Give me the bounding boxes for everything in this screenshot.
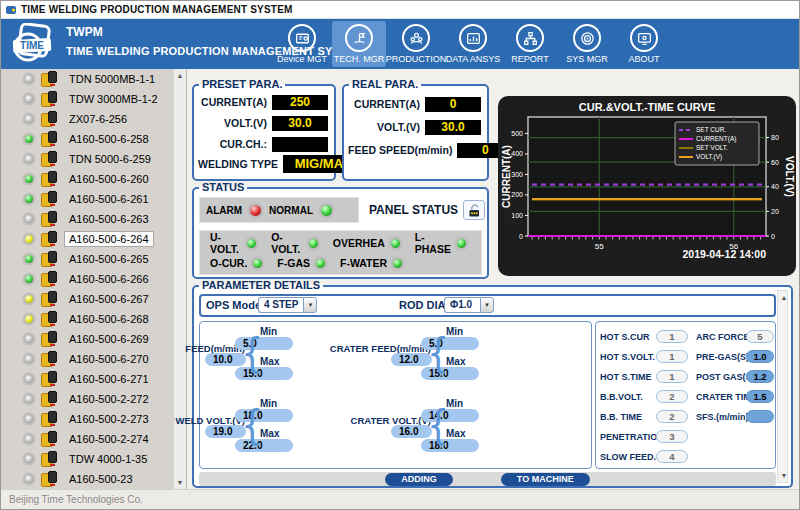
- welding-machine-icon: [39, 131, 59, 148]
- device-status-led: [23, 453, 35, 465]
- ops-row: OPS Mode 4 STEP ▼ ROD DIA. Φ1.0 ▼: [199, 294, 776, 317]
- list-item[interactable]: A160-500-6-271: [1, 369, 173, 389]
- list-item[interactable]: A160-500-6-268: [1, 309, 173, 329]
- device-label: A160-500-6-269: [65, 332, 153, 346]
- rod-dia-label: ROD DIA.: [399, 299, 449, 311]
- list-item[interactable]: TDW 3000MB-1-2: [1, 89, 173, 109]
- ops-mode-label: OPS Mode: [206, 299, 261, 311]
- svg-text:VOLT.(V): VOLT.(V): [784, 156, 795, 197]
- extra-param-value-field[interactable]: 1.5: [746, 390, 774, 403]
- svg-text:CUR.&VOLT.-TIME CURVE: CUR.&VOLT.-TIME CURVE: [579, 101, 716, 113]
- welding-machine-icon: [39, 251, 59, 268]
- list-item[interactable]: A160-500-6-267: [1, 289, 173, 309]
- ops-mode-value[interactable]: 4 STEP: [258, 297, 303, 313]
- chevron-down-icon[interactable]: ▼: [303, 297, 317, 313]
- extra-param-value-field[interactable]: 1.2: [746, 370, 774, 383]
- device-mgt-icon: [288, 24, 316, 52]
- svg-text:200: 200: [511, 191, 523, 198]
- extra-param-value-field[interactable]: 1.0: [746, 350, 774, 363]
- list-item[interactable]: A160-500-6-266: [1, 269, 173, 289]
- list-item[interactable]: TDW 4000-1-35: [1, 449, 173, 469]
- current-value-field[interactable]: 10.0: [205, 353, 246, 366]
- window-title: TIME WELDING PRODUCTION MANAGEMENT SYSTE…: [21, 4, 293, 15]
- device-label: TDW 4000-1-35: [65, 452, 151, 466]
- time-logo: TIME: [10, 23, 60, 65]
- nav-item-production[interactable]: PRODUCTION: [389, 21, 443, 67]
- tech-mgr-icon: [345, 24, 373, 52]
- extra-param-step: 2: [656, 390, 688, 403]
- svg-text:SET VOLT.: SET VOLT.: [696, 144, 728, 151]
- nav-item-about[interactable]: ABOUT: [617, 21, 671, 67]
- alarm-led: [248, 203, 263, 218]
- preset-value-display: 250: [272, 95, 328, 110]
- list-item[interactable]: A160-500-6-263: [1, 209, 173, 229]
- list-item[interactable]: A160-500-2-272: [1, 389, 173, 409]
- brace-glyph: {: [241, 328, 263, 378]
- svg-text:VOLT.(V): VOLT.(V): [696, 153, 722, 161]
- svg-text:60: 60: [771, 159, 779, 166]
- welding-machine-icon: [39, 91, 59, 108]
- device-status-led: [23, 393, 35, 405]
- rod-dia-select[interactable]: Φ1.0 ▼: [444, 297, 494, 313]
- welding-machine-icon: [39, 111, 59, 128]
- footer-bar: Beijing Time Technologies Co.: [1, 489, 799, 509]
- current-value-field[interactable]: 19.0: [205, 425, 246, 438]
- list-item[interactable]: TDN 5000MB-1-1: [1, 69, 173, 89]
- panel-status: PANEL STATUS: [369, 200, 485, 220]
- adding-button[interactable]: ADDING: [385, 473, 453, 486]
- chevron-down-icon[interactable]: ▼: [480, 297, 494, 313]
- list-item[interactable]: A160-500-2-273: [1, 409, 173, 429]
- extra-param-label: SLOW FEED.: [600, 452, 656, 462]
- list-item[interactable]: ZX07-6-256: [1, 109, 173, 129]
- production-icon: [402, 24, 430, 52]
- current-value-field[interactable]: 12.0: [391, 353, 432, 366]
- list-item[interactable]: A160-500-6-261: [1, 189, 173, 209]
- list-item[interactable]: A160-500-6-270: [1, 349, 173, 369]
- list-item[interactable]: A160-500-6-258: [1, 129, 173, 149]
- device-status-led: [23, 473, 35, 485]
- scroll-up-icon[interactable]: ▲: [174, 69, 186, 82]
- indicator-led: [245, 237, 258, 250]
- device-status-led: [23, 333, 35, 345]
- ops-mode-select[interactable]: 4 STEP ▼: [258, 297, 317, 313]
- scroll-up-icon[interactable]: ▲: [778, 291, 790, 304]
- extra-param-label: PENETRATION: [600, 432, 664, 442]
- preset-row: WELDING TYPEMIG/MAG: [198, 156, 328, 172]
- extra-param-step: 3: [656, 430, 688, 443]
- nav-item-report[interactable]: REPORT: [503, 21, 557, 67]
- nav-item-device-mgt[interactable]: Device MGT: [275, 21, 329, 67]
- list-item[interactable]: A160-500-6-265: [1, 249, 173, 269]
- nav-item-data-ansys[interactable]: DATA ANSYS: [446, 21, 500, 67]
- list-item[interactable]: TDN 5000-6-259: [1, 149, 173, 169]
- brace-glyph: {: [427, 328, 449, 378]
- rod-dia-value[interactable]: Φ1.0: [444, 297, 480, 313]
- params-scrollbar[interactable]: ▲ ▼: [777, 290, 788, 483]
- extra-param-label: ARC FORCE: [696, 332, 750, 342]
- current-value-field[interactable]: 16.0: [391, 425, 432, 438]
- list-item[interactable]: A160-500-2-274: [1, 429, 173, 449]
- nav-item-tech-mgr[interactable]: TECH. MGR: [332, 21, 386, 67]
- welding-machine-icon: [39, 271, 59, 288]
- unlock-icon[interactable]: [463, 200, 485, 220]
- device-status-led: [23, 173, 35, 185]
- list-item[interactable]: A160-500-23: [1, 469, 173, 489]
- welding-machine-icon: [39, 331, 59, 348]
- sidebar-scrollbar[interactable]: ▲ ▼: [173, 69, 186, 489]
- nav-item-sys-mgr[interactable]: SYS MGR: [560, 21, 614, 67]
- welding-machine-icon: [39, 171, 59, 188]
- list-item[interactable]: A160-500-6-269: [1, 329, 173, 349]
- list-item[interactable]: A160-500-6-264: [1, 229, 173, 249]
- extra-param-value-field[interactable]: [746, 410, 774, 423]
- alarm-label: ALARM: [206, 205, 242, 216]
- extra-param-label: HOT S.TIME: [600, 372, 652, 382]
- scroll-down-icon[interactable]: ▼: [778, 469, 790, 482]
- alarm-box: ALARM NORMAL: [199, 197, 359, 223]
- indicator-led: [314, 257, 327, 270]
- to-machine-button[interactable]: TO MACHINE: [501, 473, 590, 486]
- indicator-overhea: OVERHEA: [333, 237, 402, 250]
- scroll-down-icon[interactable]: ▼: [174, 476, 186, 489]
- welding-machine-icon: [39, 451, 59, 468]
- indicator-label: F-GAS: [277, 257, 310, 269]
- list-item[interactable]: A160-500-6-260: [1, 169, 173, 189]
- app-header: TIME TWPM TIME WELDING PRODUCTION MANAGE…: [1, 19, 799, 69]
